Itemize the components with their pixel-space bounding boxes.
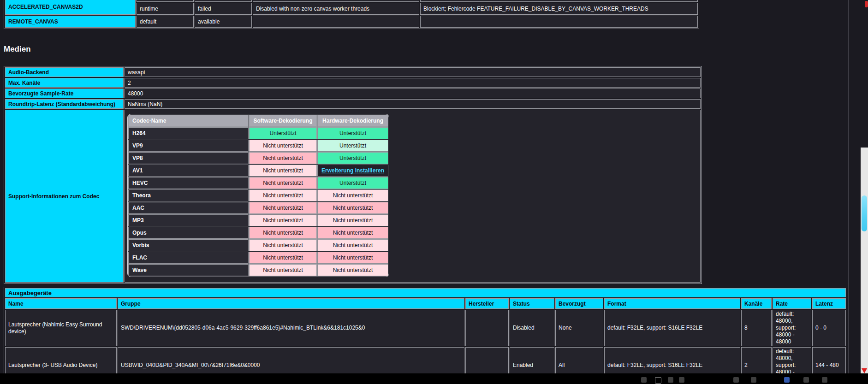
graphics-feature-table: ACCELERATED_CANVAS2D runtime failed Disa… (4, 0, 699, 29)
feature-subrow-cutoff: ACCELERATED_CANVAS2D (5, 0, 698, 2)
col-format: Format (604, 298, 740, 309)
codec-name-cell: H264 (128, 127, 249, 139)
codec-support-cell: Nicht unterstützt (317, 214, 388, 226)
tray-icon-8[interactable] (803, 377, 809, 383)
codec-support-cell: Unterstützt (317, 177, 388, 189)
codec-support-cell: Nicht unterstützt (249, 252, 317, 264)
media-row: Bevorzugte Sample-Rate 48000 (5, 89, 701, 98)
codec-support-cell: Nicht unterstützt (317, 252, 388, 264)
install-extension-link[interactable]: Erweiterung installieren (321, 167, 384, 174)
device-rate-cell: default: 48000, support: 48000 - 48000 (773, 310, 811, 346)
codec-row: OpusNicht unterstütztNicht unterstützt (128, 227, 388, 239)
codec-row: VP9Nicht unterstütztUnterstützt (128, 140, 388, 152)
feature-type-cell: runtime (137, 3, 194, 15)
codec-name-cell: AAC (128, 202, 249, 214)
codec-name-cell: AV1 (128, 165, 249, 177)
tray-icon-4[interactable] (679, 377, 684, 383)
tray-icon-5[interactable] (733, 377, 739, 383)
col-kanaele: Kanäle (741, 298, 772, 309)
col-latenz: Latenz (812, 298, 846, 309)
codec-name-cell: MP3 (128, 214, 249, 226)
output-devices-table: Ausgabegeräte Name Gruppe Hersteller Sta… (4, 287, 847, 384)
media-info-table: Audio-Backend wasapi Max. Kanäle 2 Bevor… (4, 66, 702, 284)
codec-name-cell: Theora (128, 189, 249, 201)
codec-row: AACNicht unterstütztNicht unterstützt (128, 202, 388, 214)
feature-status-cell: available (195, 16, 252, 28)
codec-support-cell: Nicht unterstützt (249, 214, 317, 226)
tray-icon-2[interactable] (655, 377, 661, 384)
scrollbar-track[interactable] (861, 148, 868, 374)
hardware-decoding-header: Hardware-Dekodierung (317, 115, 388, 127)
col-hersteller: Hersteller (465, 298, 509, 309)
codec-row: HEVCNicht unterstütztUnterstützt (128, 177, 388, 189)
tray-icon-9[interactable] (822, 377, 827, 383)
codec-header-row: Codec-Name Software-Dekodierung Hardware… (128, 115, 388, 127)
codec-support-cell: Nicht unterstützt (317, 239, 388, 251)
media-value-cell: 48000 (125, 89, 701, 98)
media-row: Audio-Backend wasapi (5, 67, 701, 77)
codec-support-cell: Nicht unterstützt (317, 202, 388, 214)
codec-support-table: Codec-Name Software-Dekodierung Hardware… (128, 114, 389, 277)
codec-row: TheoraNicht unterstütztNicht unterstützt (128, 189, 388, 201)
codec-support-label-cell: Support-Informationen zum Codec (5, 110, 124, 283)
scrollbar-thumb[interactable] (862, 195, 867, 231)
feature-message-cell (253, 16, 419, 28)
tray-icon-3[interactable] (668, 377, 673, 383)
codec-row: WaveNicht unterstütztNicht unterstützt (128, 264, 388, 276)
feature-status-cell (195, 0, 252, 2)
tray-icon-6[interactable] (751, 377, 756, 383)
tray-icon-7[interactable] (784, 377, 790, 383)
device-row: Lautsprecher (Nahimic Easy Surround devi… (5, 310, 846, 346)
device-preferred-cell: None (555, 310, 603, 346)
feature-failure-cell: Blockiert; Fehlercode FEATURE_FAILURE_DI… (420, 3, 698, 15)
codec-support-cell: Nicht unterstützt (249, 264, 317, 276)
col-bevorzugt: Bevorzugt (555, 298, 603, 309)
media-label-cell: Audio-Backend (5, 67, 124, 77)
codec-support-table-wrap: Codec-Name Software-Dekodierung Hardware… (127, 114, 389, 277)
device-format-cell: default: F32LE, support: S16LE F32LE (604, 310, 740, 346)
codec-support-cell: Nicht unterstützt (249, 227, 317, 239)
feature-failure-cell (420, 0, 698, 2)
col-rate: Rate (773, 298, 811, 309)
windows-taskbar[interactable] (0, 373, 868, 384)
software-decoding-header: Software-Dekodierung (249, 115, 317, 127)
codec-support-cell: Nicht unterstützt (317, 264, 388, 276)
feature-status-cell: failed (195, 3, 252, 15)
device-channels-cell: 8 (741, 310, 772, 346)
feature-type-cell: default (137, 16, 194, 28)
codec-name-header: Codec-Name (128, 115, 249, 127)
col-gruppe: Gruppe (118, 298, 464, 309)
codec-row: AV1Nicht unterstütztErweiterung installi… (128, 165, 388, 177)
codec-row: VorbisNicht unterstütztNicht unterstützt (128, 239, 388, 251)
codec-support-cell: Erweiterung installieren (317, 165, 388, 177)
feature-message-cell: Disabled with non-zero canvas worker thr… (253, 3, 419, 15)
codec-support-cell: Nicht unterstützt (249, 189, 317, 201)
feature-failure-cell (420, 16, 698, 28)
codec-support-cell: Nicht unterstützt (249, 140, 317, 152)
device-name-cell: Lautsprecher (Nahimic Easy Surround devi… (5, 310, 117, 346)
codec-name-cell: VP9 (128, 140, 249, 152)
codec-row: FLACNicht unterstütztNicht unterstützt (128, 252, 388, 264)
media-value-cell: wasapi (125, 67, 701, 77)
alert-triangle-icon (862, 368, 867, 373)
media-value-cell: NaNms (NaN) (125, 99, 701, 109)
codec-support-cell: Unterstützt (317, 152, 388, 164)
codec-support-cell: Unterstützt (317, 140, 388, 152)
codec-support-cell: Nicht unterstützt (249, 202, 317, 214)
codec-support-value-cell: Codec-Name Software-Dekodierung Hardware… (125, 110, 701, 283)
col-status: Status (510, 298, 554, 309)
content-edge-divider (848, 0, 849, 373)
codec-name-cell: Opus (128, 227, 249, 239)
tray-icon-1[interactable] (641, 377, 647, 383)
media-row: Roundtrip-Latenz (Standardabweichung) Na… (5, 99, 701, 109)
recording-indicator-icon (865, 1, 868, 7)
codec-support-cell: Nicht unterstützt (249, 165, 317, 177)
codec-support-cell: Nicht unterstützt (317, 227, 388, 239)
device-group-cell: SWD\DRIVERENUM\{dd052805-d06a-4ac5-9629-… (118, 310, 464, 346)
media-label-cell: Max. Kanäle (5, 78, 124, 88)
output-devices-header-row: Name Gruppe Hersteller Status Bevorzugt … (5, 298, 846, 309)
media-value-cell: 2 (125, 78, 701, 88)
codec-name-cell: Wave (128, 264, 249, 276)
codec-row: VP8Nicht unterstütztUnterstützt (128, 152, 388, 164)
about-support-content: ACCELERATED_CANVAS2D runtime failed Disa… (4, 0, 847, 384)
